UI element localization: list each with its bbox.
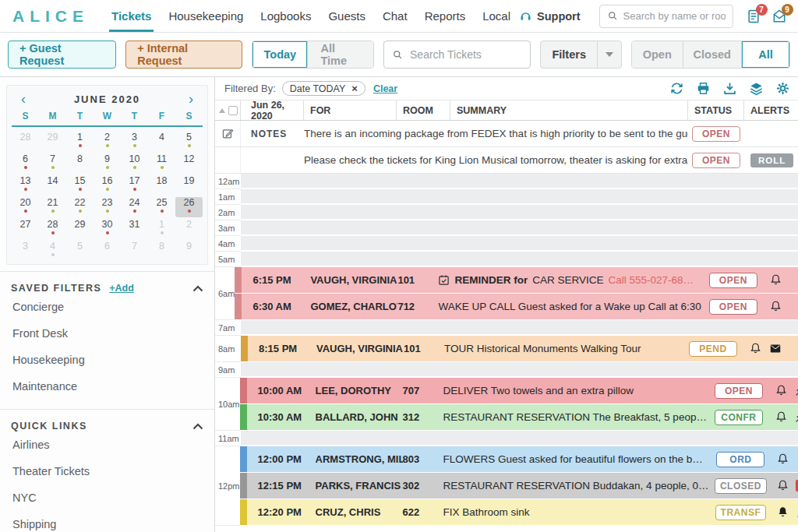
ticket-row[interactable]: 10:00 AMLEE, DOROTHY707DELIVER Two towel… xyxy=(240,378,798,404)
empty-hour-slot[interactable] xyxy=(241,189,798,205)
calendar-day[interactable]: 4 xyxy=(39,241,66,261)
empty-hour-slot[interactable] xyxy=(241,174,798,189)
tab-today[interactable]: Today xyxy=(252,41,307,68)
saved-filter-front-desk[interactable]: Front Desk xyxy=(11,320,203,347)
filters-dropdown[interactable]: Filters xyxy=(540,41,622,69)
calendar-day[interactable]: 13 xyxy=(12,175,39,196)
quick-link-shipping[interactable]: Shipping xyxy=(11,511,203,532)
calendar-day[interactable]: 11 xyxy=(148,153,175,174)
calendar-day[interactable]: 25 xyxy=(148,197,175,217)
calendar-day[interactable]: 22 xyxy=(66,197,94,217)
quick-link-airlines[interactable]: Airlines xyxy=(11,432,203,458)
quick-link-theater-tickets[interactable]: Theater Tickets xyxy=(11,458,203,484)
ticket-row[interactable]: 12:20 PMCRUZ, CHRIS622FIX Bathroom sinkT… xyxy=(240,499,798,526)
table-header-room[interactable]: ROOM xyxy=(397,100,450,120)
empty-hour-slot[interactable] xyxy=(241,220,798,236)
pushpin-icon[interactable]: 2 xyxy=(794,385,798,397)
calendar-day[interactable]: 4 xyxy=(148,132,175,152)
ticket-search[interactable] xyxy=(383,41,531,69)
sort-asc-icon[interactable] xyxy=(219,108,225,113)
status-badge[interactable]: OPEN xyxy=(709,273,757,288)
global-search[interactable] xyxy=(599,5,733,28)
status-badge[interactable]: OPEN xyxy=(709,299,757,315)
nav-item-housekeeping[interactable]: Housekeeping xyxy=(160,0,252,32)
envelope-icon[interactable]: 9 xyxy=(772,9,787,24)
calendar-day[interactable]: 2 xyxy=(175,219,203,239)
calendar-day[interactable]: 7 xyxy=(39,153,66,174)
calendar-next-icon[interactable]: › xyxy=(185,92,196,106)
layers-icon[interactable] xyxy=(749,81,764,96)
empty-hour-slot[interactable] xyxy=(241,431,798,446)
status-badge[interactable]: OPEN xyxy=(692,153,740,168)
gear-icon[interactable] xyxy=(775,81,790,96)
calendar-day[interactable]: 24 xyxy=(121,197,148,217)
status-badge[interactable]: CONFR xyxy=(715,410,763,425)
tab-closed[interactable]: Closed xyxy=(683,41,741,68)
ticket-row[interactable]: 6:15 PMVAUGH, VIRGINIA101REMINDER forCAR… xyxy=(235,267,798,294)
table-header-summary[interactable]: SUMMARY xyxy=(450,100,688,120)
calendar-day[interactable]: 16 xyxy=(94,175,121,196)
chevron-up-icon[interactable] xyxy=(192,285,203,292)
calendar-day-selected[interactable]: 26 xyxy=(175,197,203,217)
close-icon[interactable]: × xyxy=(351,83,358,94)
calendar-prev-icon[interactable]: ‹ xyxy=(18,92,29,106)
calendar-day[interactable]: 6 xyxy=(94,241,121,261)
document-icon[interactable]: 7 xyxy=(746,9,761,24)
support-button[interactable]: Support xyxy=(519,9,581,23)
calendar-day[interactable]: 18 xyxy=(148,175,175,196)
calendar-day[interactable]: 20 xyxy=(12,197,39,217)
status-badge[interactable]: OPEN xyxy=(692,126,740,142)
add-saved-filter-link[interactable]: +Add xyxy=(109,283,134,294)
global-search-input[interactable] xyxy=(623,10,726,22)
guest-request-button[interactable]: + Guest Request xyxy=(8,41,116,69)
calendar-day[interactable]: 8 xyxy=(66,153,94,174)
tab-all[interactable]: All xyxy=(741,41,789,68)
saved-filter-maintenance[interactable]: Maintenance xyxy=(11,373,203,400)
chevron-up-icon[interactable] xyxy=(192,423,203,430)
calendar-day[interactable]: 6 xyxy=(12,153,39,174)
table-header-alerts[interactable]: ALERTS xyxy=(744,100,798,120)
nav-item-guests[interactable]: Guests xyxy=(320,0,374,32)
nav-item-chat[interactable]: Chat xyxy=(374,0,416,32)
calendar-day[interactable]: 17 xyxy=(121,175,148,196)
calendar-day[interactable]: 27 xyxy=(12,219,39,239)
print-icon[interactable] xyxy=(696,81,711,96)
empty-hour-slot[interactable] xyxy=(241,236,798,252)
status-badge[interactable]: OPEN xyxy=(715,383,763,399)
clear-filters-link[interactable]: Clear xyxy=(373,83,397,94)
status-badge[interactable]: TRANSF xyxy=(715,505,767,520)
nav-item-reports[interactable]: Reports xyxy=(416,0,475,32)
calendar-day[interactable]: 5 xyxy=(175,132,203,152)
calendar-day[interactable]: 5 xyxy=(66,241,94,261)
status-badge[interactable]: CLOSED xyxy=(715,478,767,494)
saved-filter-housekeeping[interactable]: Housekeeping xyxy=(11,347,203,373)
calendar-day[interactable]: 21 xyxy=(39,197,66,217)
calendar-day[interactable]: 1 xyxy=(148,219,175,239)
select-all-checkbox[interactable] xyxy=(228,106,238,115)
roll-badge[interactable]: ROLL xyxy=(750,153,793,167)
calendar-day[interactable]: 29 xyxy=(39,132,66,152)
calendar-day[interactable]: 10 xyxy=(121,153,148,174)
empty-hour-slot[interactable] xyxy=(241,252,798,267)
status-badge[interactable]: ORD xyxy=(716,452,764,467)
status-badge[interactable]: PEND xyxy=(689,341,737,357)
download-icon[interactable] xyxy=(722,81,737,96)
date-filter-chip[interactable]: Date TODAY × xyxy=(282,81,365,96)
quick-link-nyc[interactable]: NYC xyxy=(11,484,203,511)
note-text[interactable]: There is an incoming package from FEDEX … xyxy=(304,128,688,139)
ticket-row[interactable]: 8:15 PMVAUGH, VIRGINIA101TOUR Historical… xyxy=(241,336,798,362)
calendar-day[interactable]: 15 xyxy=(66,175,94,196)
ticket-row[interactable]: 12:00 PMARMSTRONG, MILT..803FLOWERS Gues… xyxy=(240,446,798,473)
sync-icon[interactable] xyxy=(669,81,684,96)
ticket-row[interactable]: 10:30 AMBALLARD, JOHN312RESTAURANT RESER… xyxy=(240,404,798,431)
calendar-day[interactable]: 30 xyxy=(94,219,121,239)
pushpin-icon[interactable]: 1 xyxy=(794,411,798,424)
calendar-day[interactable]: 1 xyxy=(66,132,94,152)
calendar-day[interactable]: 14 xyxy=(39,175,66,196)
calendar-day[interactable]: 2 xyxy=(94,132,121,152)
calendar-day[interactable]: 29 xyxy=(66,219,94,239)
calendar-day[interactable]: 7 xyxy=(121,241,148,261)
tab-all-time[interactable]: All Time xyxy=(307,41,373,68)
calendar-day[interactable]: 28 xyxy=(39,219,66,239)
saved-filter-concierge[interactable]: Concierge xyxy=(11,294,203,320)
